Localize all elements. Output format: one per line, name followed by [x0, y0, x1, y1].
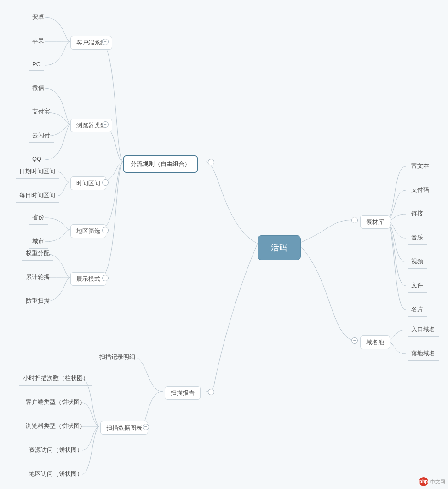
watermark: php 中文网 [419, 477, 445, 486]
collapse-icon[interactable]: − [102, 121, 109, 128]
leaf-resource-pie[interactable]: 资源访问（饼状图） [25, 444, 86, 457]
leaf-alipay[interactable]: 支付宝 [29, 106, 54, 119]
root-node[interactable]: 活码 [258, 235, 301, 260]
leaf-unionpay[interactable]: 云闪付 [29, 130, 54, 143]
collapse-icon[interactable]: − [102, 227, 109, 233]
leaf-richtext[interactable]: 富文本 [408, 160, 433, 173]
leaf-paycode[interactable]: 支付码 [408, 184, 433, 197]
leaf-file[interactable]: 文件 [408, 279, 427, 293]
collapse-icon[interactable]: − [102, 179, 109, 186]
collapse-icon[interactable]: − [102, 275, 109, 281]
group-scan-charts[interactable]: 扫描数据图表 [100, 421, 148, 435]
collapse-icon[interactable]: − [351, 337, 358, 344]
leaf-hourly-bar[interactable]: 小时扫描次数（柱状图） [19, 372, 92, 386]
leaf-wechat[interactable]: 微信 [29, 82, 48, 95]
php-logo-icon: php [419, 477, 428, 486]
leaf-entry-domain[interactable]: 入口域名 [408, 324, 439, 337]
leaf-card[interactable]: 名片 [408, 303, 427, 317]
collapse-icon[interactable]: − [208, 159, 214, 165]
leaf-apple[interactable]: 苹果 [29, 35, 48, 48]
collapse-icon[interactable]: − [208, 389, 214, 395]
group-time-span[interactable]: 时间区间 [70, 176, 106, 190]
leaf-link[interactable]: 链接 [408, 208, 427, 221]
branch-scan-report[interactable]: 扫描报告 [165, 386, 201, 400]
leaf-browser-pie[interactable]: 浏览器类型（饼状图） [22, 420, 89, 433]
leaf-client-pie[interactable]: 客户端类型（饼状图） [22, 396, 89, 409]
collapse-icon[interactable]: − [351, 217, 358, 223]
leaf-music[interactable]: 音乐 [408, 232, 427, 245]
mindmap-connectors [0, 0, 448, 489]
leaf-daily-range[interactable]: 每日时间区间 [16, 189, 59, 203]
leaf-date-range[interactable]: 日期时间区间 [16, 165, 59, 179]
leaf-weight[interactable]: 权重分配 [22, 247, 53, 261]
leaf-pc[interactable]: PC [29, 59, 44, 71]
leaf-city[interactable]: 城市 [29, 235, 48, 249]
leaf-province[interactable]: 省份 [29, 211, 48, 225]
leaf-scan-detail[interactable]: 扫描记录明细 [96, 351, 139, 364]
leaf-video[interactable]: 视频 [408, 256, 427, 269]
group-display-mode[interactable]: 展示模式 [70, 272, 106, 286]
leaf-rotation[interactable]: 累计轮播 [22, 271, 53, 284]
leaf-landing-domain[interactable]: 落地域名 [408, 347, 439, 361]
collapse-icon[interactable]: − [143, 424, 149, 430]
branch-domain-pool[interactable]: 域名池 [360, 335, 390, 349]
leaf-antidup[interactable]: 防重扫描 [22, 295, 53, 308]
leaf-android[interactable]: 安卓 [29, 11, 48, 24]
watermark-text: 中文网 [430, 478, 445, 485]
branch-material-lib[interactable]: 素材库 [360, 215, 390, 229]
leaf-qq[interactable]: QQ [29, 154, 45, 165]
collapse-icon[interactable]: − [102, 39, 109, 45]
leaf-region-pie[interactable]: 地区访问（饼状图） [25, 468, 86, 481]
branch-routing[interactable]: 分流规则（自由组合） [123, 155, 198, 173]
group-region-filter[interactable]: 地区筛选 [70, 224, 106, 238]
